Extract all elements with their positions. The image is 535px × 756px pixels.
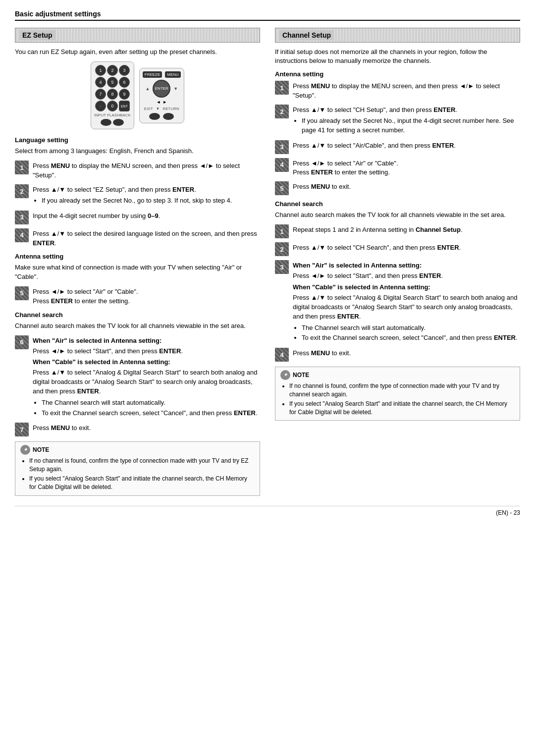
step-item: 6 When "Air" is selected in Antenna sett… (15, 335, 260, 419)
step-number: 5 (275, 181, 289, 195)
page-number: (EN) - 23 (496, 509, 520, 516)
remote-nav: FREEZE MENU ▲ ENTER ▼ ◄ ► EXIT ▼ RETURN (139, 68, 184, 123)
step-content: Repeat steps 1 and 2 in Antenna setting … (293, 224, 520, 235)
step-content: Press MENU to display the MENU screen, a… (293, 81, 520, 101)
channel-search-title-left: Channel search (15, 311, 260, 319)
step-item: 1 Press MENU to display the MENU screen,… (275, 81, 520, 101)
step-item: 1 Press MENU to display the MENU screen,… (15, 161, 260, 180)
when-air-label-right: When "Air" is selected in Antenna settin… (293, 261, 520, 270)
bullet-item: To exit the Channel search screen, selec… (42, 409, 260, 418)
btn-7: 7 (95, 89, 106, 100)
step-content: Input the 4-digit secret number by using… (33, 211, 260, 221)
step-number: 3 (275, 260, 289, 274)
step-content: Press ▲/▼ to select "EZ Setup", and then… (33, 184, 260, 207)
step-content: Press ◄/► to select "Air" or "Cable". Pr… (33, 286, 260, 306)
bottom-ovals (149, 113, 174, 120)
bullet-item: The Channel search will start automatica… (42, 398, 260, 408)
btn-5: 5 (107, 77, 118, 88)
channel-setup-intro: If initial setup does not memorize all t… (275, 48, 520, 65)
note-title-left: ✦ NOTE (20, 445, 255, 455)
step-content: Press ▲/▼ to select "Air/Cable", and the… (293, 140, 520, 151)
channel-search-intro-left: Channel auto search makes the TV look fo… (15, 322, 260, 330)
note-title-right: ✦ NOTE (280, 370, 515, 380)
step-item: 2 Press ▲/▼ to select "CH Search", and t… (275, 242, 520, 256)
step-number: 4 (275, 348, 289, 362)
cable-text: Press ▲/▼ to select "Analog & Digital Se… (33, 368, 260, 396)
step-content: Press ▲/▼ to select the desired language… (33, 228, 260, 248)
when-cable-label-right: When "Cable" is selected in Antenna sett… (293, 283, 520, 292)
note-box-left: ✦ NOTE If no channel is found, confirm t… (15, 441, 260, 495)
btn-0: 0 (107, 101, 118, 111)
btn-4: 4 (95, 77, 106, 88)
btn-6: 6 (119, 77, 130, 88)
ez-setup-intro: You can run EZ Setup again, even after s… (15, 48, 260, 56)
bottom-nav: EXIT ▼ RETURN (144, 107, 179, 111)
lr-row: ◄ ► (156, 100, 167, 105)
btn-8: 8 (107, 89, 118, 100)
channel-search-title-right: Channel search (275, 200, 520, 208)
when-cable-label: When "Cable" is selected in Antenna sett… (33, 358, 260, 367)
oval-left (101, 119, 111, 126)
step-content: Press ▲/▼ to select "CH Search", and the… (293, 242, 520, 253)
step-item: 5 Press MENU to exit. (275, 181, 520, 195)
note-bullet: If you select "Analog Search Start" and … (29, 475, 255, 491)
nav-row: ▲ ENTER ▼ (145, 80, 178, 98)
step-content: Press MENU to exit. (33, 423, 260, 433)
language-setting-intro: Select from among 3 languages: English, … (15, 147, 260, 156)
step-content: Press MENU to exit. (293, 348, 520, 358)
btn-dot: · (95, 101, 106, 111)
note-icon-left: ✦ (20, 445, 30, 455)
page-footer: (EN) - 23 (15, 506, 520, 516)
bullet-item: To exit the Channel search screen, selec… (302, 333, 520, 343)
bullet-item: The Channel search will start automatica… (302, 324, 520, 333)
language-steps: 1 Press MENU to display the MENU screen,… (15, 161, 260, 248)
channel-search-steps-left: 6 When "Air" is selected in Antenna sett… (15, 335, 260, 437)
step-number: 3 (275, 140, 289, 154)
step-item: 4 Press ◄/► to select "Air" or "Cable". … (275, 158, 520, 178)
step-item: 3 Input the 4-digit secret number by usi… (15, 211, 260, 224)
step-number: 2 (275, 242, 289, 256)
btn-ent: ENT (119, 101, 130, 111)
step-item: 3 When "Air" is selected in Antenna sett… (275, 260, 520, 344)
step-number: 1 (275, 81, 289, 95)
air-text-right: Press ◄/► to select "Start", and then pr… (293, 271, 520, 281)
antenna-setting-title-left: Antenna setting (15, 253, 260, 260)
antenna-setting-title-right: Antenna setting (275, 70, 520, 78)
step-number: 6 (15, 335, 29, 349)
note-icon-right: ✦ (280, 370, 290, 380)
enter-btn: ENTER (153, 80, 170, 98)
step-content: Press ▲/▼ to select "CH Setup", and then… (293, 105, 520, 136)
btn-3: 3 (119, 65, 130, 76)
channel-setup-section: Channel Setup If initial setup does not … (275, 28, 520, 496)
step-number: 1 (15, 161, 29, 174)
channel-search-steps-right: 1 Repeat steps 1 and 2 in Antenna settin… (275, 224, 520, 362)
btn-2: 2 (107, 65, 118, 76)
cable-text-right: Press ▲/▼ to select "Analog & Digital Se… (293, 293, 520, 322)
air-text: Press ◄/► to select "Start", and then pr… (33, 347, 260, 356)
menu-btn: MENU (165, 71, 181, 78)
step-content: Press ◄/► to select "Air" or "Cable". Pr… (293, 158, 520, 178)
remote-numpad: 1 2 3 4 5 6 7 8 9 · 0 ENT INPUT FLASHBAC… (91, 61, 134, 129)
channel-search-intro-right: Channel auto search makes the TV look fo… (275, 211, 520, 219)
freeze-btn: FREEZE (143, 71, 162, 78)
ez-setup-section: EZ Setup You can run EZ Setup again, eve… (15, 28, 260, 496)
step-content: Press MENU to display the MENU screen, a… (33, 161, 260, 180)
page-header: Basic adjustment settings (15, 10, 520, 21)
step-item: 3 Press ▲/▼ to select "Air/Cable", and t… (275, 140, 520, 154)
note-bullet: If no channel is found, confirm the type… (29, 457, 255, 474)
btn-9: 9 (119, 89, 130, 100)
oval-right (113, 119, 124, 126)
step-item: 4 Press MENU to exit. (275, 348, 520, 362)
page-header-text: Basic adjustment settings (15, 10, 101, 18)
oval-exit (149, 113, 160, 120)
input-label: INPUT FLASHBACK (94, 113, 131, 117)
note-box-right: ✦ NOTE If no channel is found, confirm t… (275, 367, 520, 421)
step-number: 5 (15, 286, 29, 300)
channel-setup-title: Channel Setup (275, 28, 520, 43)
note-bullet: If no channel is found, confirm the type… (289, 382, 515, 399)
when-air-label: When "Air" is selected in Antenna settin… (33, 336, 260, 346)
step-number: 1 (275, 224, 289, 238)
step-content: When "Air" is selected in Antenna settin… (293, 260, 520, 344)
note-bullet: If you select "Analog Search Start" and … (289, 400, 515, 417)
step-content: When "Air" is selected in Antenna settin… (33, 335, 260, 419)
